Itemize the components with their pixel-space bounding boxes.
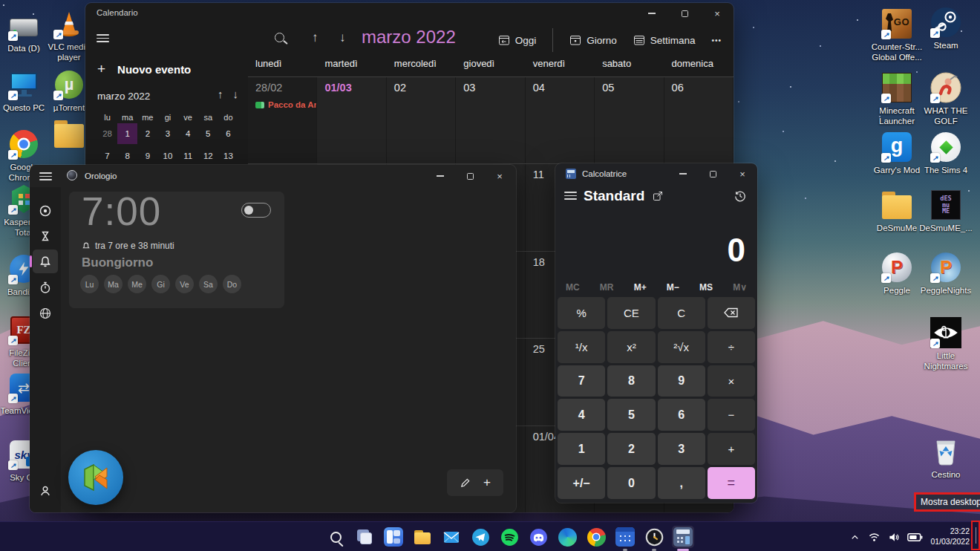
key-0[interactable]: 0 — [607, 467, 655, 499]
mini-calendar-day[interactable]: 4 — [178, 123, 198, 144]
new-event-button[interactable]: + Nuovo evento — [97, 61, 191, 77]
key-+/−[interactable]: +/− — [558, 467, 605, 499]
mini-calendar-day[interactable]: 1 — [117, 123, 137, 144]
calculator-menu-icon[interactable] — [564, 192, 577, 200]
alarm-day-chip-Sa[interactable]: Sa — [199, 275, 218, 293]
mini-prev-arrow-icon[interactable]: ↑ — [218, 88, 223, 100]
wifi-icon[interactable] — [868, 532, 881, 543]
battery-icon[interactable] — [907, 532, 923, 542]
prev-month-arrow-icon[interactable]: ↑ — [312, 30, 318, 45]
key-3[interactable]: 3 — [658, 433, 705, 465]
calendar-cell[interactable]: 01/03 — [317, 77, 386, 163]
desktop-icon-steam[interactable]: ↗Steam — [918, 6, 974, 50]
sims4-icon[interactable]: ↗ — [930, 131, 962, 163]
key-9[interactable]: 9 — [658, 365, 705, 397]
desktop-icon-peggle[interactable]: P↗Peggle — [869, 251, 925, 296]
memory-button-M+[interactable]: M+ — [634, 282, 647, 293]
key-÷[interactable]: ÷ — [708, 331, 755, 363]
clock-maximize-button[interactable] — [454, 165, 486, 187]
taskbar-start-icon[interactable] — [295, 526, 318, 548]
mini-calendar-day[interactable]: 5 — [198, 123, 218, 144]
desktop-icon-littlenightmares[interactable]: ↗Little Nightmares — [918, 316, 974, 371]
desktop-icon-cestino[interactable]: Cestino — [918, 435, 974, 480]
settings-gear-icon[interactable] — [33, 506, 58, 512]
desktop-icon-garrysmod[interactable]: g↗Garry's Mod — [869, 131, 925, 175]
clock-minimize-button[interactable] — [424, 165, 457, 187]
desktop-icon-desmume-app[interactable]: dESmuMEDeSmuME_... — [918, 189, 974, 233]
taskbar-taskview-icon[interactable] — [353, 526, 376, 548]
desktop-icon-questo-pc[interactable]: ↗Questo PC — [0, 68, 48, 113]
questo-pc-icon[interactable]: ↗ — [7, 68, 40, 101]
peggle-icon[interactable]: P↗ — [881, 251, 913, 284]
keep-on-top-icon[interactable] — [652, 190, 664, 202]
add-alarm-button[interactable]: + — [483, 475, 491, 490]
mini-calendar-day[interactable]: 8 — [117, 146, 137, 166]
mini-calendar-day[interactable]: 13 — [218, 146, 238, 166]
alarm-day-chip-Me[interactable]: Me — [128, 275, 146, 293]
calendar-minimize-button[interactable] — [636, 3, 668, 24]
mini-calendar-day[interactable]: 6 — [218, 123, 238, 144]
desktop-icon-data-d[interactable]: ↗Data (D) — [0, 9, 48, 53]
alarm-icon-selected[interactable] — [33, 250, 58, 273]
taskbar-chrome-icon[interactable] — [585, 526, 607, 548]
pegglenights-icon[interactable]: P↗ — [930, 251, 962, 284]
alarm-day-chip-Ve[interactable]: Ve — [175, 275, 194, 293]
key-,[interactable]: , — [658, 467, 705, 499]
memory-button-M∨[interactable]: M∨ — [733, 282, 747, 293]
clock-close-button[interactable]: × — [483, 165, 516, 187]
taskbar-calendar-icon[interactable] — [614, 526, 636, 548]
taskbar-discord-icon[interactable] — [527, 526, 549, 548]
memory-button-MR[interactable]: MR — [600, 282, 614, 293]
calendar-event[interactable]: Pacco da Am — [255, 100, 316, 109]
key-%[interactable]: % — [558, 297, 605, 329]
memory-button-M−[interactable]: M− — [667, 282, 679, 293]
calendar-menu-icon[interactable] — [97, 34, 109, 42]
calendar-cell[interactable]: 02 — [387, 77, 456, 163]
focus-sessions-icon[interactable] — [33, 199, 58, 223]
clock-menu-icon[interactable] — [39, 172, 52, 180]
taskbar-widgets-icon[interactable] — [382, 526, 405, 548]
key-4[interactable]: 4 — [558, 399, 605, 431]
alarm-toggle-off[interactable] — [241, 203, 271, 218]
key-+[interactable]: + — [708, 433, 755, 465]
folder-icon[interactable] — [53, 117, 85, 150]
day-view-button[interactable]: Giorno — [569, 34, 617, 46]
key-CE[interactable]: CE — [607, 297, 655, 329]
calculator-minimize-button[interactable] — [668, 163, 698, 184]
key-−[interactable]: − — [708, 399, 755, 431]
key-²√x[interactable]: ²√x — [658, 331, 705, 363]
calendar-cell[interactable]: 03 — [456, 77, 525, 163]
memory-button-MS[interactable]: MS — [699, 282, 713, 293]
today-button[interactable]: Oggi — [498, 34, 537, 46]
more-options-button[interactable]: ••• — [711, 36, 722, 45]
key-2[interactable]: 2 — [607, 433, 655, 465]
alarm-day-chip-Ma[interactable]: Ma — [104, 275, 122, 293]
taskbar-search-icon[interactable] — [324, 526, 347, 548]
calendar-cell[interactable]: 06 — [664, 77, 734, 163]
calendar-cell[interactable]: 05 — [595, 77, 664, 163]
taskbar-telegram-icon[interactable] — [469, 526, 491, 548]
desktop-icon-minecraft[interactable]: ↗Minecraft Launcher — [869, 71, 925, 126]
calendar-cell[interactable]: 28/02Pacco da Am — [248, 77, 317, 163]
calendar-maximize-button[interactable] — [668, 3, 701, 24]
desmume-folder-icon[interactable] — [881, 189, 913, 221]
key-×[interactable]: × — [708, 365, 755, 397]
garrysmod-icon[interactable]: g↗ — [881, 131, 913, 163]
taskbar-mail-icon[interactable] — [440, 526, 463, 548]
mini-calendar-day[interactable]: 11 — [178, 146, 198, 166]
taskbar-edge-icon[interactable] — [556, 526, 578, 548]
desktop-icon-pegglenights[interactable]: P↗PeggleNights — [918, 251, 974, 296]
calculator-maximize-button[interactable] — [698, 163, 728, 184]
key-x²[interactable]: x² — [607, 331, 655, 363]
mini-calendar-day[interactable]: 3 — [157, 123, 177, 144]
vlc-icon[interactable]: ↗ — [53, 7, 85, 40]
key-¹/x[interactable]: ¹/x — [558, 331, 605, 363]
alarm-card[interactable]: 7:00 tra 7 ore e 38 minuti Buongiorno Lu… — [69, 192, 284, 308]
desktop-icon-whatthegolf[interactable]: ↗WHAT THE GOLF — [918, 71, 974, 126]
steam-icon[interactable]: ↗ — [930, 6, 962, 39]
volume-icon[interactable] — [888, 532, 900, 543]
mini-next-arrow-icon[interactable]: ↓ — [233, 88, 239, 100]
key-=[interactable]: = — [708, 467, 755, 499]
key-1[interactable]: 1 — [558, 433, 605, 465]
minecraft-icon[interactable]: ↗ — [881, 71, 913, 104]
